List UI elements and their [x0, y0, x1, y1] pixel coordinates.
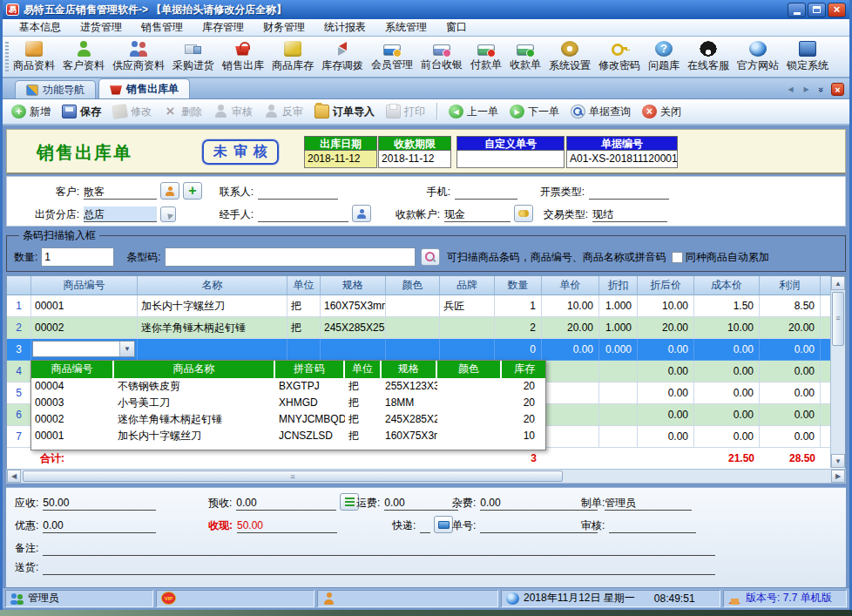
grid-cell[interactable] [599, 426, 638, 448]
menu-sales-mgmt[interactable]: 销售管理 [132, 18, 193, 37]
grid-cell[interactable]: 0.00 [638, 339, 694, 361]
invoice-type-input[interactable] [589, 184, 669, 200]
print-button[interactable]: 打印 [386, 105, 425, 119]
grid-cell[interactable]: 0.00 [760, 404, 821, 426]
grid-cell[interactable]: 兵匠 [440, 295, 495, 317]
selected-edit-row[interactable]: 3 0 0.00 0.000 0.00 0.00 0.00 [7, 339, 845, 361]
contact-input[interactable] [258, 184, 338, 200]
menu-system-mgmt[interactable]: 系统管理 [375, 18, 436, 37]
toolbar-member-mgmt[interactable]: 会员管理 [371, 42, 413, 72]
grid-cell[interactable] [599, 361, 638, 382]
grid-cell[interactable]: 0.00 [542, 339, 599, 361]
menu-window[interactable]: 窗口 [436, 18, 477, 37]
grid-cell[interactable]: 10.00 [542, 295, 599, 317]
grid-cell[interactable]: 0.00 [760, 361, 821, 382]
grid-cell[interactable] [599, 404, 638, 426]
grid-cell[interactable]: 1 [495, 295, 542, 317]
grid-cell[interactable]: 245X285X25 [321, 317, 386, 339]
grid-cell[interactable] [386, 317, 440, 339]
express-input[interactable] [420, 518, 430, 533]
pick-handler-button[interactable] [352, 205, 371, 222]
grid-cell[interactable]: 把 [287, 295, 321, 317]
chevron-down-icon[interactable] [119, 342, 134, 356]
tab-sales-order[interactable]: 销售出库单 [98, 78, 190, 98]
grid-cell[interactable]: 0.00 [638, 361, 694, 382]
grid-cell[interactable] [542, 426, 599, 448]
toolbar-receipt-bill[interactable]: 收款单 [510, 42, 541, 72]
grid-cell[interactable] [321, 339, 386, 361]
tab-function-nav[interactable]: 功能导航 [15, 80, 96, 98]
popup-list-item[interactable]: 00004 不锈钢铁皮剪 BXGTPJ 把 255X123X35 20 [31, 378, 545, 395]
quantity-input[interactable] [41, 247, 114, 267]
prepaid-input[interactable]: 0.00 [236, 496, 336, 511]
toolbar-customer-data[interactable]: 客户资料 [63, 41, 105, 73]
toolbar-system-settings[interactable]: 系统设置 [549, 41, 591, 73]
grid-cell[interactable]: 2 [495, 317, 542, 339]
grid-cell[interactable]: 20.00 [542, 317, 599, 339]
receivable-input[interactable]: 50.00 [43, 496, 156, 511]
grid-cell[interactable]: 迷你羊角锤木柄起钉锤 [138, 317, 287, 339]
mobile-input[interactable] [455, 184, 517, 200]
toolbar-supplier-data[interactable]: 供应商资料 [112, 41, 165, 73]
scroll-right-icon[interactable] [831, 470, 845, 483]
delete-button[interactable]: 删除 [163, 105, 202, 119]
popup-list-item[interactable]: 00001 加长内十字螺丝刀 JCNSZLSD 把 160X75X3mm 10 [31, 428, 545, 444]
next-record-button[interactable]: 下一单 [510, 105, 559, 119]
grid-cell[interactable]: 0.00 [760, 382, 821, 404]
grid-cell[interactable]: 0.00 [760, 339, 821, 361]
grid-cell[interactable] [386, 339, 440, 361]
toolbar-question-bank[interactable]: 问题库 [648, 41, 680, 73]
remark-input[interactable] [43, 541, 715, 556]
account-input[interactable]: 现金 [444, 206, 511, 222]
toolbar-change-password[interactable]: 修改密码 [598, 41, 640, 73]
menu-purchase-mgmt[interactable]: 进货管理 [71, 18, 132, 37]
menu-inventory-mgmt[interactable]: 库存管理 [193, 18, 254, 37]
express-select-button[interactable] [434, 516, 453, 533]
customer-input[interactable]: 散客 [84, 184, 157, 200]
close-doc-button[interactable]: 关闭 [642, 105, 681, 119]
audit-button[interactable]: 审核 [213, 105, 253, 119]
grid-cell[interactable]: 0.00 [694, 361, 760, 382]
query-button[interactable]: 单据查询 [571, 105, 631, 119]
grid-cell[interactable] [440, 317, 495, 339]
tab-close-icon[interactable] [831, 83, 844, 96]
toolbar-lock-system[interactable]: 锁定系统 [787, 41, 828, 73]
grid-cell[interactable] [542, 404, 599, 426]
grid-cell[interactable]: 0.00 [760, 426, 821, 448]
scroll-left-icon[interactable] [7, 470, 21, 483]
grid-cell[interactable]: 0.000 [599, 339, 638, 361]
toolbar-pos-cashier[interactable]: 前台收银 [421, 42, 463, 72]
prev-record-button[interactable]: 上一单 [449, 105, 498, 119]
grid-cell[interactable]: 1.50 [694, 295, 760, 317]
edit-button[interactable]: 修改 [112, 105, 152, 119]
grid-cell[interactable] [138, 339, 287, 361]
branch-select-button[interactable] [160, 206, 176, 222]
grid-cell[interactable]: 160X75X3mm [321, 295, 386, 317]
grid-cell[interactable]: 0.00 [694, 404, 760, 426]
grid-cell[interactable] [542, 382, 599, 404]
grid-cell[interactable]: 00001 [31, 295, 138, 317]
tab-scroll-left-icon[interactable] [784, 83, 797, 96]
toolbar-online-service[interactable]: 在线客服 [687, 41, 729, 73]
grid-cell[interactable]: 0 [495, 339, 542, 361]
pick-account-button[interactable] [514, 205, 533, 222]
grid-cell[interactable]: 0.00 [638, 382, 694, 404]
accumulate-checkbox[interactable] [672, 252, 683, 263]
toolbar-official-website[interactable]: 官方网站 [737, 41, 779, 73]
grid-cell[interactable] [440, 339, 495, 361]
grid-cell[interactable]: 8.50 [760, 295, 821, 317]
grid-cell[interactable] [542, 361, 599, 382]
handler-input[interactable] [258, 206, 348, 222]
tab-scroll-right-icon[interactable] [800, 83, 813, 96]
grid-cell[interactable]: 20.00 [638, 317, 694, 339]
table-row[interactable]: 1 00001 加长内十字螺丝刀 把 160X75X3mm 兵匠 1 10.00… [7, 295, 845, 317]
grid-cell[interactable]: 20.00 [760, 317, 821, 339]
close-window-button[interactable] [828, 3, 846, 17]
grid-cell[interactable]: 00002 [31, 317, 138, 339]
popup-list-item[interactable]: 00003 小号美工刀 XHMGD 把 18MM 20 [31, 395, 545, 411]
scroll-down-icon[interactable] [831, 454, 845, 468]
save-button[interactable]: 保存 [62, 105, 101, 119]
order-import-button[interactable]: 订单导入 [314, 105, 375, 119]
grid-cell[interactable]: 加长内十字螺丝刀 [138, 295, 287, 317]
popup-list-item[interactable]: 00002 迷你羊角锤木柄起钉锤 MNYJCMBQD 把 245X285X25 … [31, 411, 545, 428]
